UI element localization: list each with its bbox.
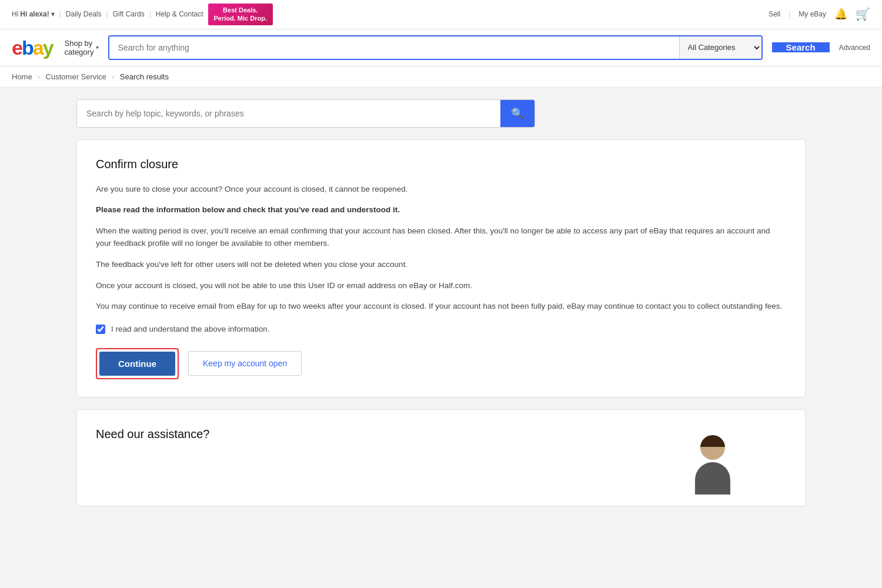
shop-by-category[interactable]: Shop bycategory ▾ (65, 39, 99, 56)
assistance-card: Need our assistance? (76, 409, 806, 506)
notification-bell-icon[interactable]: 🔔 (834, 8, 847, 21)
keep-account-open-button[interactable]: Keep my account open (188, 351, 302, 376)
help-contact-link[interactable]: Help & Contact (156, 10, 203, 18)
para2: Please read the information below and ch… (96, 203, 786, 216)
username[interactable]: Hi alexa! (20, 10, 49, 18)
assistance-illustration (96, 441, 786, 488)
help-search-input[interactable] (77, 100, 500, 127)
header: ebay Shop bycategory ▾ All Categories Se… (0, 29, 882, 66)
search-input[interactable] (109, 36, 679, 59)
card-title: Confirm closure (96, 158, 786, 171)
btn-row: Continue Keep my account open (96, 348, 786, 379)
search-bar: All Categories (108, 35, 762, 60)
greeting[interactable]: Hi Hi alexa! ▾ (12, 10, 55, 18)
my-ebay-link[interactable]: My eBay (799, 10, 826, 18)
sell-link[interactable]: Sell (769, 10, 780, 18)
para3: When the waiting period is over, you'll … (96, 225, 786, 250)
agree-checkbox[interactable] (96, 325, 105, 334)
top-bar-left: Hi Hi alexa! ▾ | Daily Deals | Gift Card… (12, 4, 273, 25)
gift-cards-link[interactable]: Gift Cards (113, 10, 145, 18)
continue-btn-wrapper: Continue (96, 348, 179, 379)
ebay-logo[interactable]: ebay (12, 38, 53, 58)
breadcrumb-customer-service[interactable]: Customer Service (46, 72, 106, 81)
breadcrumb-home[interactable]: Home (12, 72, 32, 81)
promo-banner[interactable]: Best Deals. Period. Mic Drop. (208, 4, 273, 25)
continue-button[interactable]: Continue (99, 352, 175, 376)
breadcrumb-sep2: › (112, 74, 115, 81)
person-silhouette (686, 435, 739, 488)
top-bar: Hi Hi alexa! ▾ | Daily Deals | Gift Card… (0, 0, 882, 29)
breadcrumb: Home › Customer Service › Search results (0, 66, 882, 88)
assistance-title: Need our assistance? (96, 427, 786, 441)
checkbox-label[interactable]: I read and understand the above informat… (111, 325, 269, 333)
top-bar-right: Sell | My eBay 🔔 🛒 (769, 7, 870, 21)
cart-icon[interactable]: 🛒 (856, 7, 870, 21)
chevron-down-icon: ▾ (51, 10, 55, 18)
para6: You may continue to receive email from e… (96, 300, 786, 313)
help-search-button[interactable]: 🔍 (500, 100, 534, 127)
para5: Once your account is closed, you will no… (96, 279, 786, 292)
daily-deals-link[interactable]: Daily Deals (66, 10, 102, 18)
main-content: 🔍 Confirm closure Are you sure to close … (65, 99, 817, 506)
search-button[interactable]: Search (772, 42, 830, 52)
chevron-down-icon: ▾ (96, 44, 99, 51)
para4: The feedback you've left for other users… (96, 258, 786, 271)
breadcrumb-current: Search results (120, 72, 169, 81)
breadcrumb-sep1: › (38, 74, 40, 81)
confirm-closure-card: Confirm closure Are you sure to close yo… (76, 139, 806, 397)
category-select[interactable]: All Categories (679, 36, 761, 59)
advanced-link[interactable]: Advanced (839, 44, 870, 52)
help-search-bar: 🔍 (76, 99, 535, 128)
para1: Are you sure to close your account? Once… (96, 183, 786, 196)
checkbox-row: I read and understand the above informat… (96, 325, 786, 334)
